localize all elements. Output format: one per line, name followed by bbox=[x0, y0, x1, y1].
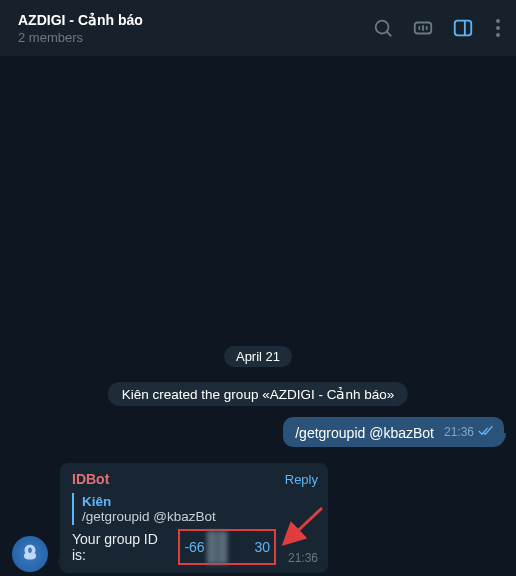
chat-body: April 21 Kiên created the group «AZDIGI … bbox=[0, 56, 516, 576]
chat-header-actions bbox=[372, 15, 504, 41]
svg-rect-6 bbox=[455, 21, 472, 36]
chat-subtitle: 2 members bbox=[18, 30, 143, 45]
reply-quote-text: /getgroupid @kbazBot bbox=[82, 509, 318, 524]
date-divider: April 21 bbox=[224, 346, 292, 367]
more-menu-icon[interactable] bbox=[492, 15, 504, 41]
read-receipt-icon bbox=[478, 423, 494, 441]
sidebar-toggle-icon[interactable] bbox=[452, 17, 474, 39]
chat-title: AZDIGI - Cảnh báo bbox=[18, 12, 143, 28]
chat-header: AZDIGI - Cảnh báo 2 members bbox=[0, 0, 516, 56]
outgoing-message[interactable]: /getgroupid @kbazBot 21:36 bbox=[283, 417, 504, 447]
group-id-prefix: -66 bbox=[184, 539, 204, 555]
sender-avatar[interactable] bbox=[12, 536, 48, 572]
group-id-obscured: ██ ██ bbox=[207, 531, 253, 563]
reply-button[interactable]: Reply bbox=[285, 472, 318, 487]
reply-quote[interactable]: Kiên /getgroupid @kbazBot bbox=[72, 493, 318, 525]
svg-line-1 bbox=[387, 32, 392, 37]
group-id-suffix: 30 bbox=[254, 539, 270, 555]
reply-quote-sender: Kiên bbox=[82, 494, 318, 509]
incoming-sender: IDBot bbox=[72, 471, 109, 487]
search-icon[interactable] bbox=[372, 17, 394, 39]
outgoing-message-meta: 21:36 bbox=[444, 423, 494, 441]
group-id-highlight: -66 ██ ██ 30 bbox=[178, 529, 276, 565]
voice-chat-icon[interactable] bbox=[412, 17, 434, 39]
outgoing-message-time: 21:36 bbox=[444, 425, 474, 439]
chat-header-left[interactable]: AZDIGI - Cảnh báo 2 members bbox=[18, 12, 143, 45]
svg-point-0 bbox=[376, 21, 389, 34]
incoming-message[interactable]: IDBot Reply Kiên /getgroupid @kbazBot Yo… bbox=[60, 463, 328, 573]
incoming-message-time: 21:36 bbox=[282, 551, 318, 565]
outgoing-message-text: /getgroupid @kbazBot bbox=[295, 425, 434, 441]
service-message: Kiên created the group «AZDIGI - Cảnh bá… bbox=[108, 382, 408, 406]
incoming-body-prefix: Your group ID is: bbox=[72, 531, 172, 563]
